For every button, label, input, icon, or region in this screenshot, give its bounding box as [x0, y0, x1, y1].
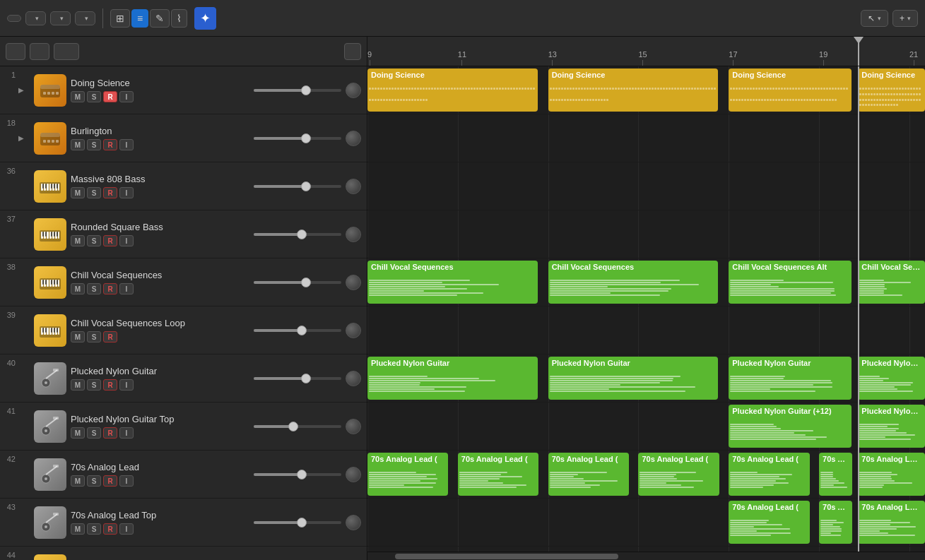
clip[interactable]: Doing Science: [367, 68, 538, 112]
volume-slider[interactable]: [254, 425, 341, 428]
mute-button[interactable]: M: [71, 235, 85, 246]
funktionen-menu[interactable]: ▾: [50, 11, 71, 25]
i-button[interactable]: I: [119, 235, 134, 246]
slider-thumb[interactable]: [301, 181, 311, 191]
slider-thumb[interactable]: [297, 470, 307, 479]
clip[interactable]: 70s Analog Lead (: [729, 501, 809, 544]
clip[interactable]: Plucked Nylon Guitar (+12): [729, 405, 852, 448]
duplicate-button[interactable]: [30, 43, 49, 60]
volume-slider[interactable]: [254, 521, 341, 524]
clip[interactable]: Plucked Nylon Guitar: [729, 357, 852, 400]
i-button[interactable]: I: [119, 475, 134, 487]
smart-button[interactable]: ✦: [194, 7, 216, 30]
add-track-header-button[interactable]: [6, 43, 25, 60]
mute-button[interactable]: M: [71, 139, 85, 150]
mute-button[interactable]: M: [71, 187, 85, 198]
clip[interactable]: 70s Analog Lead (: [638, 453, 719, 496]
solo-button[interactable]: S: [87, 139, 101, 150]
track-icon[interactable]: [34, 410, 66, 443]
clip[interactable]: Plucked Nylon Gui: [858, 357, 925, 400]
settings-button[interactable]: [344, 43, 361, 60]
pencil-button[interactable]: ✎: [150, 9, 170, 28]
slider-thumb[interactable]: [288, 422, 298, 431]
slider-thumb[interactable]: [297, 230, 307, 239]
record-button[interactable]: R: [103, 331, 117, 342]
solo-button[interactable]: S: [87, 283, 101, 294]
volume-slider[interactable]: [254, 281, 341, 284]
i-button[interactable]: I: [119, 187, 134, 198]
clip[interactable]: Doing Science: [548, 68, 719, 112]
record-button[interactable]: R: [103, 283, 117, 294]
clip[interactable]: Chill Vocal Sequences: [548, 261, 719, 304]
clip[interactable]: 70s Analog Lead (: [548, 453, 629, 496]
clip[interactable]: 70s Analog Lead (: [858, 501, 925, 544]
clip[interactable]: Plucked Nylon Guitar: [548, 357, 719, 400]
track-expand-button[interactable]: ▶: [18, 86, 30, 94]
pan-knob[interactable]: [346, 467, 361, 482]
mute-button[interactable]: M: [71, 427, 85, 439]
solo-button[interactable]: S: [87, 235, 101, 246]
bearbeiten-menu[interactable]: ▾: [25, 11, 46, 25]
i-button[interactable]: I: [119, 283, 134, 294]
pan-knob[interactable]: [346, 131, 361, 146]
record-button[interactable]: R: [103, 427, 117, 439]
track-icon[interactable]: [34, 266, 66, 299]
s-button[interactable]: [54, 43, 79, 60]
track-icon[interactable]: [34, 458, 66, 491]
back-button[interactable]: [7, 15, 21, 22]
slider-thumb[interactable]: [301, 133, 311, 143]
record-button[interactable]: R: [103, 523, 117, 535]
clip[interactable]: 70s Analog Lead (: [858, 453, 925, 496]
record-button[interactable]: R: [103, 235, 117, 246]
volume-slider[interactable]: [254, 233, 341, 236]
track-icon[interactable]: [34, 218, 66, 251]
i-button[interactable]: I: [119, 379, 134, 391]
track-icon[interactable]: [34, 74, 66, 107]
slider-thumb[interactable]: [301, 278, 311, 287]
clip[interactable]: Plucked Nylon Guitar: [367, 357, 538, 400]
pan-knob[interactable]: [346, 323, 361, 338]
pan-knob[interactable]: [346, 515, 361, 530]
clip[interactable]: 70s Analog Lead (: [819, 453, 852, 496]
i-button[interactable]: I: [119, 139, 134, 150]
i-button[interactable]: I: [119, 427, 134, 439]
clip[interactable]: 70s Analog Lead (: [819, 501, 852, 544]
clip[interactable]: Doing Science: [858, 68, 925, 112]
clip[interactable]: Chill Vocal Seque: [858, 261, 925, 304]
clip[interactable]: Chill Vocal Sequences Alt: [729, 261, 852, 304]
solo-button[interactable]: S: [87, 187, 101, 198]
clip[interactable]: Doing Science: [729, 68, 852, 112]
i-button[interactable]: I: [119, 523, 134, 535]
solo-button[interactable]: S: [87, 91, 101, 102]
pan-knob[interactable]: [346, 371, 361, 386]
record-button[interactable]: R: [103, 139, 117, 150]
solo-button[interactable]: S: [87, 331, 101, 342]
mute-button[interactable]: M: [71, 475, 85, 487]
wave-button[interactable]: ⌇: [171, 9, 187, 28]
track-expand-button[interactable]: ▶: [18, 134, 30, 142]
solo-button[interactable]: S: [87, 523, 101, 535]
pan-knob[interactable]: [346, 419, 361, 434]
volume-slider[interactable]: [254, 137, 341, 140]
track-icon[interactable]: [34, 314, 66, 347]
record-button[interactable]: R: [103, 91, 117, 102]
record-button[interactable]: R: [103, 187, 117, 198]
solo-button[interactable]: S: [87, 427, 101, 439]
horizontal-scrollbar[interactable]: [367, 552, 925, 560]
slider-thumb[interactable]: [301, 374, 311, 383]
track-icon[interactable]: [34, 362, 66, 395]
solo-button[interactable]: S: [87, 379, 101, 391]
volume-slider[interactable]: [254, 473, 341, 476]
pan-knob[interactable]: [346, 83, 361, 98]
pan-knob[interactable]: [346, 275, 361, 290]
mute-button[interactable]: M: [71, 523, 85, 535]
pan-knob[interactable]: [346, 227, 361, 242]
clip[interactable]: 70s Analog Lead (: [458, 453, 538, 496]
slider-thumb[interactable]: [297, 326, 307, 335]
volume-slider[interactable]: [254, 329, 341, 332]
clip[interactable]: Plucked Nylon Gui: [858, 405, 925, 448]
slider-thumb[interactable]: [297, 518, 307, 528]
slider-thumb[interactable]: [301, 85, 311, 95]
track-icon[interactable]: [34, 506, 66, 539]
add-track-button[interactable]: + ▾: [892, 10, 918, 27]
